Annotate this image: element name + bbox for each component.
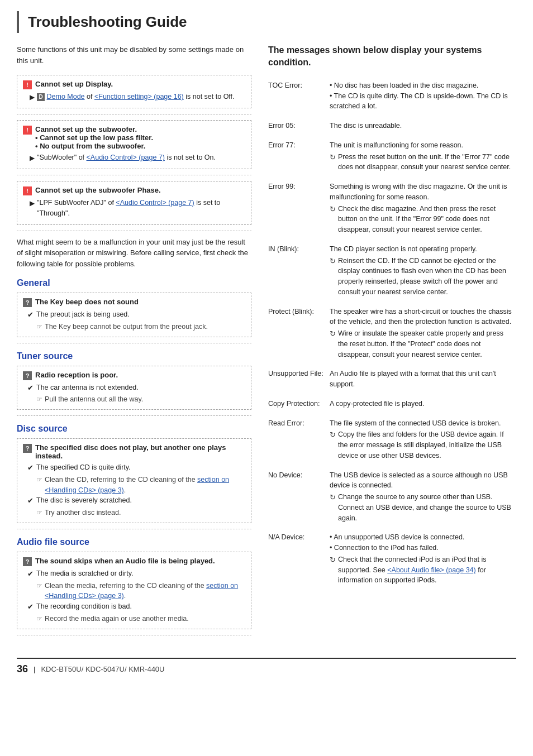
arrow-icon: ▶ [30,92,35,102]
error-title-3: Cannot set up the subwoofer Phase. [35,186,161,194]
book-icon-d1: ☞ [36,475,42,485]
error-3-item-1: "LPF SubWoofer ADJ" of <Audio Control> (… [37,198,245,219]
msg-label-nodevice: No Device: [268,467,330,529]
rotate-arrow-e99: ↻ [330,204,336,215]
book-icon-a1: ☞ [36,581,42,591]
msg-content-e99: Something is wrong with the disc magazin… [330,178,516,241]
divider-5 [17,415,251,416]
divider-1 [17,114,251,114]
protect-text: The speaker wire has a short-circuit or … [330,307,513,328]
table-row: Error 05: The disc is unreadable. [268,117,516,137]
rotate-arrow-nodevice: ↻ [330,492,336,503]
table-row: Unsupported File: An Audio file is playe… [268,365,516,395]
table-row: No Device: The USB device is selected as… [268,467,516,529]
divider-2 [17,175,251,175]
e77-arrow-text: Press the reset button on the unit. If t… [338,152,513,173]
e99-arrow-text: Check the disc magazine. And then press … [338,204,513,235]
read-text: The file system of the connected USB dev… [330,418,513,429]
nadevice-bullet-2: • Connection to the iPod has failed. [330,543,513,553]
demo-mode-link[interactable]: Demo Mode [46,93,84,101]
tuner-block-1: ? Radio reception is poor. ✔ The car ant… [17,366,251,410]
table-row: Error 99: Something is wrong with the di… [268,178,516,241]
general-check-1: The preout jack is being used. [36,309,130,320]
handling-cds-link-1[interactable]: section on <Handling CDs> (page 3) [45,476,229,494]
disc-note-1: Clean the CD, referring to the CD cleani… [45,475,245,496]
check-icon-a1: ✔ [27,569,34,580]
page-footer: 36 | KDC-BT50U/ KDC-5047U/ KMR-440U [17,658,516,675]
e77-text: The unit is malfunctioning for some reas… [330,140,513,151]
msg-content-in: The CD player section is not operating p… [330,241,516,303]
error-title-1: Cannot set up Display. [35,80,113,88]
table-row: Protect (Blink): The speaker wire has a … [268,303,516,366]
rotate-arrow-protect: ↻ [330,328,336,339]
book-icon-a2: ☞ [36,614,42,624]
check-icon-d2: ✔ [27,496,34,506]
audio-note-1: Clean the media, referring to the CD cle… [45,581,245,602]
left-column: Some functions of this unit may be disab… [17,44,251,641]
rotate-arrow-nadevice: ↻ [330,554,336,566]
divider-7 [17,635,251,635]
in-arrow-text: Reinsert the CD. If the CD cannot be eje… [338,256,513,298]
function-setting-link[interactable]: <Function setting> (page 16) [94,93,184,101]
disc-check-2: The disc is severely scratched. [36,495,132,506]
msg-label-e77: Error 77: [268,137,330,178]
page-number: 36 [17,663,28,675]
demo-icon: D [37,93,45,101]
audio-title-1: The sound skips when an Audio file is be… [35,557,215,565]
middle-text: What might seem to be a malfunction in y… [17,237,251,270]
table-row: TOC Error: • No disc has been loaded in … [268,77,516,117]
general-note-1: The Key beep cannot be output from the p… [45,322,208,332]
messages-table: TOC Error: • No disc has been loaded in … [268,77,516,591]
section-tuner: Tuner source [17,351,251,361]
intro-text: Some functions of this unit may be disab… [17,44,251,66]
audio-check-1: The media is scratched or dirty. [36,568,133,579]
msg-content-unsupported: An Audio file is played with a format th… [330,365,516,395]
msg-label-e05: Error 05: [268,117,330,137]
toc-bullet-2: • The CD is quite dirty. The CD is upsid… [330,91,513,112]
nadevice-bullet-1: • An unsupported USB device is connected… [330,532,513,543]
error-icon-1: ! [23,80,32,89]
question-icon-a1: ? [23,557,32,566]
msg-content-nodevice: The USB device is selected as a source a… [330,467,516,529]
check-icon-g1: ✔ [27,310,34,320]
table-row: Error 77: The unit is malfunctioning for… [268,137,516,178]
section-audio: Audio file source [17,537,251,547]
disc-title-1: The specified disc does not play, but an… [35,443,245,460]
check-icon-a2: ✔ [27,602,34,613]
tuner-note-1: Pull the antenna out all the way. [45,394,143,405]
table-row: Read Error: The file system of the conne… [268,415,516,467]
handling-cds-link-2[interactable]: section on <Handling CDs> (page 3) [45,582,238,600]
divider-6 [17,529,251,529]
section-disc: Disc source [17,424,251,434]
book-icon-d2: ☞ [36,508,42,518]
question-icon-g1: ? [23,298,32,307]
msg-label-toc: TOC Error: [268,77,330,117]
section-general: General [17,278,251,288]
error-1-item-1: D Demo Mode of <Function setting> (page … [37,92,235,102]
disc-check-1: The specified CD is quite dirty. [36,462,131,473]
error-block-2: ! Cannot set up the subwoofer. • Cannot … [17,120,251,169]
check-icon-d1: ✔ [27,463,34,473]
general-title-1: The Key beep does not sound [35,298,139,306]
about-audio-link[interactable]: <About Audio file> (page 34) [387,566,475,574]
audio-control-link-1[interactable]: <Audio Control> (page 7) [87,154,165,161]
tuner-check-1: The car antenna is not extended. [36,382,139,393]
in-text: The CD player section is not operating p… [330,244,513,255]
read-arrow-text: Copy the files and folders for the USB d… [338,429,513,461]
disc-block-1: ? The specified disc does not play, but … [17,438,251,523]
arrow-icon-3: ▶ [30,198,35,208]
book-icon-t1: ☞ [36,394,42,404]
model-text: KDC-BT50U/ KDC-5047U/ KMR-440U [41,665,164,673]
msg-content-nadevice: • An unsupported USB device is connected… [330,529,516,591]
toc-bullet-1: • No disc has been loaded in the disc ma… [330,80,513,91]
page-title: Troubleshooting Guide [17,11,516,33]
audio-check-2: The recording condition is bad. [36,601,132,612]
error-block-3: ! Cannot set up the subwoofer Phase. ▶ "… [17,181,251,225]
error-icon-2: ! [23,126,32,135]
question-icon-t1: ? [23,371,32,380]
msg-label-in: IN (Blink): [268,241,330,303]
msg-label-e99: Error 99: [268,178,330,241]
nodevice-arrow-text: Change the source to any source other th… [338,492,513,523]
disc-note-2: Try another disc instead. [45,508,121,518]
audio-control-link-2[interactable]: <Audio Control> (page 7) [116,199,194,207]
